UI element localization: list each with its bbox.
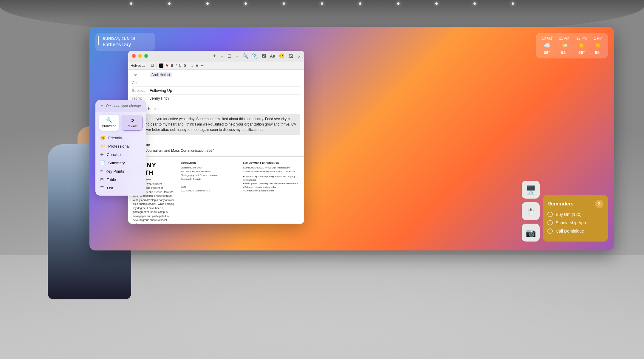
mail-greeting: Dear Ms. Herbst, <box>132 106 300 112</box>
proofread-button[interactable]: 🔍 Proofread <box>99 115 119 131</box>
maximize-button[interactable] <box>144 54 148 58</box>
ai-menu-table[interactable]: ⊞ Table <box>95 175 146 184</box>
mail-titlebar: ✈ ⌄ ⊡ ⌄ 🔍 📎 🖼 Aa 🙂 🖼 ⌄ <box>128 51 304 61</box>
font-size-icon[interactable]: Aa <box>270 54 275 58</box>
subject-field-row: Subject: Following Up <box>132 87 301 95</box>
bold-button[interactable]: B <box>171 64 173 68</box>
resume-employment: EMPLOYMENT EXPERIENCE SEPTEMBER 2021–PRE… <box>243 161 299 224</box>
resume-education-title: EDUCATION <box>181 161 237 165</box>
subject-value[interactable]: Following Up <box>150 88 172 93</box>
weather-temp-4: 68° <box>595 50 601 55</box>
reminder-item-3[interactable]: Call Dominique <box>547 228 603 234</box>
app-icon-1[interactable]: 🖥️ <box>522 181 540 199</box>
photo-attach-icon[interactable]: 🖼 <box>288 53 293 59</box>
proofread-icon: 🔍 <box>106 117 112 123</box>
italic-button[interactable]: I <box>176 64 177 68</box>
professional-label: Professional <box>108 144 130 148</box>
mail-window: ✈ ⌄ ⊡ ⌄ 🔍 📎 🖼 Aa 🙂 🖼 ⌄ Helvetica 12 A B … <box>128 51 304 224</box>
ai-header-text: Describe your change <box>106 104 141 108</box>
weather-hour-2: 11 AM 🌤️ 62° <box>559 36 569 55</box>
ai-menu-key-points[interactable]: ≡ Key Points <box>95 167 146 175</box>
reminder-checkbox-3[interactable] <box>547 228 553 234</box>
calendar-widget: SUNDAY, JUN 16 Father's Day <box>95 33 155 51</box>
reminder-item-2[interactable]: Scholarship App... <box>547 220 603 225</box>
proofread-label: Proofread <box>102 124 116 128</box>
mail-dept: Dept. of Journalism and Mass Communicati… <box>132 148 300 153</box>
ai-writing-panel: ✦ Describe your change 🔍 Proofread ↺ Rew… <box>95 100 146 196</box>
strikethrough-button[interactable]: S <box>184 64 186 68</box>
app-icons-area: 🖥️ 🖱️ 📷 <box>522 181 540 242</box>
ai-actions: 🔍 Proofread ↺ Rewrite <box>95 112 146 134</box>
weather-time-3: 12 PM <box>576 36 587 41</box>
from-value[interactable]: Jenny Frith <box>150 96 169 100</box>
weather-icon-2: 🌤️ <box>561 42 568 49</box>
app-icon-2[interactable]: 🖱️ <box>522 202 540 220</box>
reminder-item-1[interactable]: Buy film (120) <box>547 212 603 217</box>
to-value[interactable]: Andi Herbst <box>150 72 172 77</box>
font-size[interactable]: 12 <box>150 64 154 67</box>
emoji-icon[interactable]: 🙂 <box>279 53 285 59</box>
underline-button[interactable]: U <box>179 64 182 68</box>
mail-body[interactable]: Dear Ms. Herbst, Nice to meet you for co… <box>128 103 304 156</box>
weather-hour-4: 1 PM ☀️ 68° <box>594 36 602 55</box>
calendar-holiday: Father's Day <box>103 42 150 47</box>
app-icon-3[interactable]: 📷 <box>522 224 540 242</box>
key-points-icon: ≡ <box>100 169 103 174</box>
rewrite-button[interactable]: ↺ Rewrite <box>122 115 143 131</box>
ai-sparkle-icon: ✦ <box>100 103 104 108</box>
concise-icon: ✚ <box>100 152 104 157</box>
ai-menu-concise[interactable]: ✚ Concise <box>95 150 146 159</box>
reminder-checkbox-1[interactable] <box>547 212 553 217</box>
list-menu-icon: ☰ <box>100 185 104 190</box>
list-label: List <box>107 186 113 190</box>
mail-fields: To: Andi Herbst Cc: Subject: Following U… <box>128 70 304 103</box>
text-color-icon[interactable]: A <box>166 64 168 68</box>
send-icon[interactable]: ✈ <box>213 53 216 59</box>
mail-format-bar: Helvetica 12 A B I U S ≡ ☰ ••• <box>128 61 304 70</box>
friendly-icon: 😊 <box>100 135 105 140</box>
ceiling-lights <box>0 0 644 5</box>
more-icon[interactable]: ••• <box>201 64 205 67</box>
to-field-row: To: Andi Herbst <box>132 71 301 79</box>
mail-closing: Thanks <box>132 137 300 143</box>
reminders-count: 3 <box>595 200 603 208</box>
rewrite-label: Rewrite <box>126 124 137 128</box>
ai-menu-friendly[interactable]: 😊 Friendly <box>95 134 146 142</box>
list-icon[interactable]: ☰ <box>196 64 199 67</box>
resume-section: JENNY FRITH I am a third-year student un… <box>128 156 304 224</box>
calendar-bar <box>98 36 99 45</box>
calendar-date: SUNDAY, JUN 16 <box>103 36 150 41</box>
reminder-checkbox-2[interactable] <box>547 220 553 225</box>
search-icon[interactable]: 🔍 <box>242 53 248 59</box>
layout-icon[interactable]: ⊡ <box>227 53 231 59</box>
photo-icon[interactable]: 🖼 <box>261 53 266 59</box>
font-name[interactable]: Helvetica <box>131 64 145 68</box>
ai-panel-header: ✦ Describe your change <box>95 100 146 112</box>
chevron-icon[interactable]: ⌄ <box>220 53 224 59</box>
resume-employment-details: SEPTEMBER 2021–PRESENT Photographer CAMP… <box>243 166 299 193</box>
format-divider-2 <box>157 63 157 68</box>
chevron-icon-2[interactable]: ⌄ <box>235 53 239 59</box>
minimize-button[interactable] <box>138 54 142 58</box>
weather-time-1: 10 AM <box>542 36 552 41</box>
ai-menu-summary[interactable]: 📄 Summary <box>95 159 146 167</box>
table-icon: ⊞ <box>100 177 104 182</box>
cc-field-row: Cc: <box>132 79 301 87</box>
close-button[interactable] <box>132 54 136 58</box>
chevron-icon-3[interactable]: ⌄ <box>297 53 301 59</box>
color-swatch[interactable] <box>159 64 163 68</box>
attach-icon[interactable]: 📎 <box>252 53 258 59</box>
concise-label: Concise <box>107 152 121 157</box>
resume-education: EDUCATION Expected June 2024 BACHELOR OF… <box>181 161 237 224</box>
ai-menu-professional[interactable]: 📁 Professional <box>95 142 146 150</box>
mail-highlighted-text: Nice to meet you for coffee yesterday. S… <box>132 114 300 135</box>
to-label: To: <box>132 73 150 77</box>
weather-icon-3: ☀️ <box>578 42 585 49</box>
summary-icon: 📄 <box>100 160 105 165</box>
align-left-icon[interactable]: ≡ <box>191 64 193 67</box>
subject-label: Subject: <box>132 88 150 93</box>
summary-label: Summary <box>108 161 125 165</box>
weather-hour-1: 10 AM ☁️ 59° <box>542 36 552 55</box>
from-field-row: From: Jenny Frith <box>132 95 301 102</box>
ai-menu-list[interactable]: ☰ List <box>95 184 146 192</box>
